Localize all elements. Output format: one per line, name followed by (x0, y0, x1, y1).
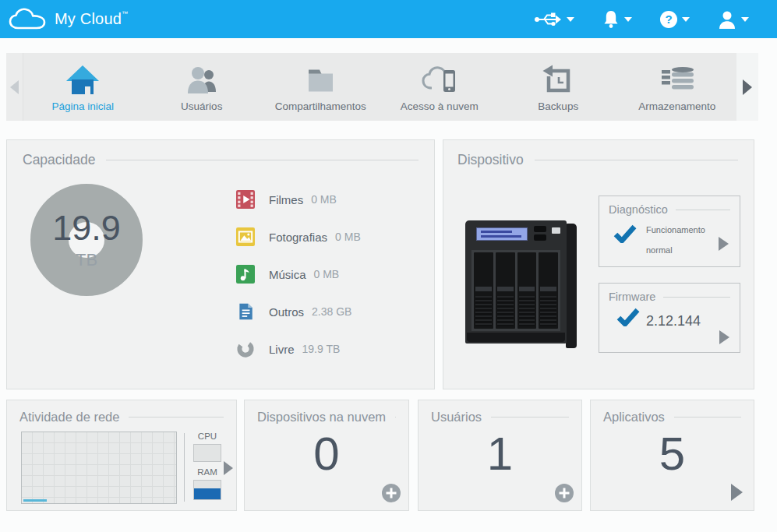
device-panel-title: Dispositivo (457, 152, 738, 168)
free-space-icon (236, 340, 255, 358)
main-navigation: Página inicial Usuários Compartilhamen (0, 53, 777, 121)
firmware-detail-arrow[interactable] (719, 330, 729, 344)
movies-icon (236, 190, 255, 209)
users-icon (185, 63, 219, 97)
help-icon: ? (660, 11, 677, 28)
user-caret-icon (741, 17, 749, 22)
app-title: My Cloud™ (55, 10, 128, 28)
apps-panel: Aplicativos 5 (590, 400, 754, 511)
nav-label-backups: Backups (538, 100, 578, 112)
device-lcd-screen (476, 227, 528, 241)
firmware-version: 2.12.144 (646, 313, 701, 329)
network-detail-arrow[interactable] (224, 461, 233, 475)
other-files-icon (236, 302, 255, 321)
check-icon (616, 308, 640, 326)
title-rule (491, 417, 569, 417)
cloud-devices-panel: Dispositivos na nuvem 0 (244, 400, 409, 511)
bell-icon (602, 9, 620, 30)
legend-row-movies: Filmes 0 MB (236, 190, 361, 209)
wd-logo-badge (552, 227, 560, 234)
users-panel: Usuários 1 (418, 400, 582, 511)
music-icon (236, 265, 255, 284)
nav-item-storage[interactable]: Armazenamento (618, 53, 737, 121)
storage-icon (659, 63, 696, 97)
capacity-legend: Filmes 0 MB Fotografias 0 MB Música 0 MB (236, 190, 361, 377)
nav-item-cloud-access[interactable]: Acesso à nuvem (380, 53, 500, 121)
capacity-panel-title: Capacidade (23, 152, 419, 168)
capacity-total-value: 19.9 (52, 210, 121, 245)
nav-item-shares[interactable]: Compartilhamentos (261, 53, 380, 121)
users-count: 1 (419, 427, 581, 481)
title-rule (676, 210, 730, 210)
check-icon (613, 224, 637, 243)
cloud-devices-count: 0 (245, 427, 408, 481)
legend-row-other: Outros 2.38 GB (236, 302, 361, 321)
legend-row-free: Livre 19.9 TB (236, 340, 361, 358)
network-activity-trace (23, 499, 47, 502)
chevron-left-icon (10, 80, 19, 94)
legend-label: Fotografias (269, 231, 327, 244)
diagnostics-title: Diagnóstico (609, 203, 730, 216)
legend-value: 0 MB (314, 268, 340, 280)
legend-row-photos: Fotografias 0 MB (236, 227, 361, 246)
diagnostics-detail-arrow[interactable] (719, 237, 729, 251)
chevron-right-icon (743, 79, 752, 95)
nav-scroll-right-button[interactable] (736, 53, 758, 121)
my-cloud-logo: My Cloud™ (8, 6, 128, 33)
nav-scroll-left-button[interactable] (6, 53, 23, 121)
capacity-panel: Capacidade 19.9 TB Filmes 0 MB (6, 139, 435, 389)
diagnostics-status-line1: Funcionamento (646, 220, 705, 240)
add-user-button[interactable] (555, 484, 574, 502)
legend-value: 0 MB (335, 231, 361, 243)
usb-menu-button[interactable] (526, 5, 582, 33)
nav-item-backups[interactable]: Backups (499, 53, 618, 121)
cloud-phone-icon (420, 63, 459, 97)
title-rule (395, 417, 396, 417)
backups-icon (541, 63, 575, 97)
nav-label-users: Usuários (181, 100, 222, 112)
cloud-devices-title: Dispositivos na nuvem (257, 410, 396, 425)
title-rule (535, 160, 738, 160)
network-activity-title: Atividade de rede (19, 410, 224, 425)
network-activity-panel: Atividade de rede CPU RAM (6, 400, 237, 511)
device-panel: Dispositivo Diagnóstico Funcionamento (443, 139, 754, 389)
ram-label: RAM (192, 467, 223, 477)
capacity-donut-chart: 19.9 TB (30, 184, 143, 296)
apps-title: Aplicativos (603, 410, 741, 425)
nav-item-users[interactable]: Usuários (143, 53, 262, 121)
legend-value: 2.38 GB (312, 305, 351, 318)
capacity-total-unit: TB (76, 250, 97, 270)
folder-icon (303, 63, 337, 97)
nav-label-home: Página inicial (51, 100, 114, 112)
diagnostics-status-line2: normal (646, 240, 705, 260)
nav-label-cloud-access: Acesso à nuvem (401, 100, 479, 112)
device-drive-bays (471, 250, 560, 331)
cpu-meter (193, 444, 221, 462)
cpu-label: CPU (192, 432, 223, 441)
apps-detail-arrow[interactable] (731, 484, 743, 501)
cloud-logo-icon (8, 6, 47, 33)
users-title: Usuários (431, 410, 569, 425)
legend-label: Filmes (269, 193, 303, 206)
apps-count: 5 (591, 427, 754, 481)
top-header-bar: My Cloud™ ? (0, 0, 777, 38)
usb-icon (534, 10, 562, 29)
legend-row-music: Música 0 MB (236, 265, 361, 284)
diagnostics-box: Diagnóstico Funcionamento normal (599, 196, 740, 267)
legend-label: Livre (269, 343, 295, 356)
alerts-menu-button[interactable] (595, 5, 640, 34)
divider (184, 433, 185, 502)
firmware-box: Firmware 2.12.144 (599, 283, 740, 353)
legend-value: 0 MB (311, 193, 337, 206)
legend-label: Outros (269, 305, 304, 319)
ram-meter-fill (194, 488, 221, 499)
user-menu-button[interactable] (710, 5, 757, 34)
user-icon (718, 9, 736, 30)
help-menu-button[interactable]: ? (652, 6, 698, 33)
title-rule (129, 417, 224, 417)
add-cloud-device-button[interactable] (382, 484, 401, 502)
title-rule (663, 297, 730, 298)
usb-caret-icon (567, 17, 574, 22)
nav-item-home[interactable]: Página inicial (23, 53, 143, 121)
legend-value: 19.9 TB (302, 343, 341, 355)
